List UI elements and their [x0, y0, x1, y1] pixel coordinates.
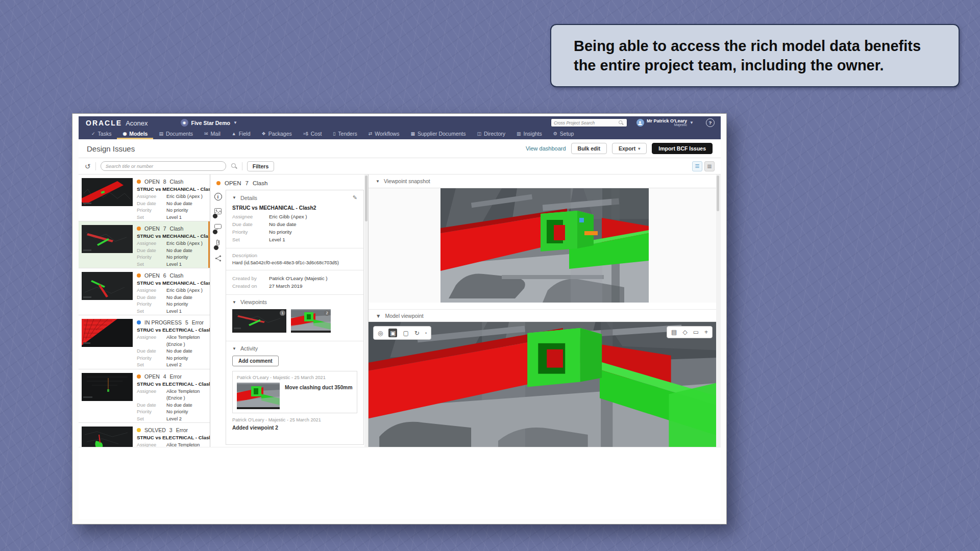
description-value: Hard (id.5a042cf0-ec68-48e3-9f1c-3d6c68c…: [232, 260, 357, 265]
nav-supplier-documents[interactable]: ▦Supplier Documents: [405, 131, 471, 139]
issue-card[interactable]: OPEN6Clash STRUC vs MECHANICAL - Clash1 …: [79, 268, 210, 315]
filters-button[interactable]: Filters: [247, 161, 275, 171]
viewpoint-snapshot-title[interactable]: Viewpoint snapshot: [384, 178, 430, 184]
chevron-down-icon: ▼: [233, 120, 237, 125]
activity-meta: Patrick O'Leary - Majestic - 25 March 20…: [232, 417, 357, 422]
cube-icon[interactable]: ▢: [403, 330, 408, 337]
export-button[interactable]: Export▾: [612, 143, 647, 154]
description-section: Description Hard (id.5a042cf0-ec68-48e3-…: [226, 248, 363, 270]
issue-thumbnail: [82, 373, 133, 401]
add-icon[interactable]: +: [704, 329, 708, 336]
share-icon[interactable]: [215, 255, 222, 264]
nav-setup[interactable]: ⚙Setup: [548, 131, 580, 139]
detail-scrollbar[interactable]: [364, 174, 368, 447]
nav-documents[interactable]: ▤Documents: [153, 131, 199, 139]
viewer-scrollbar[interactable]: [716, 174, 721, 447]
viewpoint-thumbnail-1[interactable]: 1: [232, 309, 286, 333]
refresh-icon[interactable]: ↻: [85, 162, 91, 170]
status-dot: [137, 180, 141, 184]
image-icon[interactable]: [214, 207, 222, 216]
chevron-down-icon[interactable]: ▼: [376, 313, 381, 319]
attachment-icon[interactable]: [215, 239, 220, 248]
cube-selected-icon[interactable]: ▣: [388, 329, 397, 337]
cross-project-search-placeholder: Cross Project Search: [554, 120, 616, 126]
import-bcf-button[interactable]: Import BCF Issues: [652, 143, 713, 154]
viewpoints-section-title[interactable]: Viewpoints: [240, 299, 267, 305]
user-name: Mr Patrick O'Leary: [647, 119, 687, 123]
info-icon[interactable]: i: [214, 193, 222, 201]
nav-insights[interactable]: ▥Insights: [511, 131, 548, 139]
issue-card[interactable]: SOLVED3Error STRUC vs ELECTRICAL - Clash…: [79, 423, 210, 447]
nav-models[interactable]: ◉Models: [117, 131, 153, 139]
chevron-down-icon: ▼: [690, 120, 694, 125]
bulk-edit-button[interactable]: Bulk edit: [571, 143, 607, 154]
nav-tasks[interactable]: ✓Tasks: [86, 131, 117, 139]
search-icon: [618, 120, 623, 125]
search-icon[interactable]: [231, 163, 237, 169]
chevron-down-icon[interactable]: ▼: [232, 346, 236, 351]
nav-cost[interactable]: »$Cost: [298, 131, 328, 139]
activity-thumbnail[interactable]: [237, 383, 280, 409]
status-dot: [137, 428, 141, 432]
count-badge: [212, 213, 218, 219]
model-viewpoint-image[interactable]: [369, 322, 721, 447]
help-button[interactable]: ?: [706, 118, 715, 127]
project-selector[interactable]: ◉ Five Star Demo ▼: [181, 119, 237, 127]
model-viewpoint-title[interactable]: Model viewpoint: [385, 313, 423, 319]
document-icon: ▤: [159, 131, 163, 136]
status-dot: [137, 273, 141, 278]
viewer-panel: ▼ Viewpoint snapshot: [369, 174, 721, 447]
detail-card: ▼ Details ✎ STRUC vs MECHANICAL - Clash2…: [226, 190, 364, 445]
viewpoint-thumbnail-2[interactable]: 2: [291, 309, 331, 333]
user-menu[interactable]: Mr Patrick O'Leary Majestic ▼: [636, 119, 694, 127]
comment-icon[interactable]: [214, 223, 222, 232]
activity-section-title[interactable]: Activity: [240, 345, 258, 352]
detail-panel: OPEN7Clash i: [210, 174, 369, 447]
chevron-down-icon[interactable]: ▼: [232, 195, 236, 200]
cost-icon: »$: [303, 131, 308, 136]
user-avatar-icon: [636, 119, 644, 127]
markup-icon[interactable]: ◇: [682, 329, 687, 336]
filter-toolbar: ↻ Filters ☰ ▦: [79, 158, 721, 174]
brand-logo: ORACLE Aconex: [86, 119, 148, 127]
issue-card[interactable]: OPEN8Clash STRUC vs MECHANICAL - Clash3 …: [79, 174, 210, 221]
viewpoint-badge: 1: [280, 310, 285, 316]
measure-icon[interactable]: ▭: [693, 329, 699, 336]
view-dashboard-link[interactable]: View dashboard: [526, 145, 566, 152]
grid-view-toggle[interactable]: ▦: [704, 161, 715, 171]
chevron-down-icon[interactable]: ▼: [376, 179, 380, 184]
viewpoint-snapshot-image[interactable]: [440, 188, 649, 303]
issue-card-selected[interactable]: OPEN7Clash STRUC vs MECHANICAL - Clash2 …: [79, 221, 210, 268]
list-view-toggle[interactable]: ☰: [692, 161, 702, 171]
add-comment-button[interactable]: Add comment: [232, 356, 279, 366]
nav-workflows[interactable]: ⇄Workflows: [363, 131, 405, 139]
more-icon[interactable]: •: [425, 331, 427, 336]
issue-card[interactable]: IN PROGRESS5Error STRUC vs ELECTRICAL - …: [79, 315, 210, 369]
nav-packages[interactable]: ❖Packages: [256, 131, 298, 139]
page-icon[interactable]: ▤: [671, 329, 677, 336]
workflows-icon: ⇄: [369, 131, 373, 136]
nav-field[interactable]: ▲Field: [226, 131, 256, 139]
search-input[interactable]: [101, 161, 226, 171]
model-viewpoint-area[interactable]: ◎ ▣ ▢ ↻ • ▤ ◇ ▭ +: [369, 322, 721, 447]
cross-project-search[interactable]: Cross Project Search: [551, 118, 627, 127]
gear-icon: ⚙: [553, 131, 557, 136]
model-viewpoint-header: ▼ Model viewpoint: [369, 309, 721, 322]
activity-text: Move clashing duct 350mm: [285, 383, 352, 390]
page-header: Design Issues View dashboard Bulk edit E…: [79, 139, 721, 158]
nav-mail[interactable]: ✉Mail: [199, 131, 226, 139]
models-icon: ◉: [122, 131, 127, 136]
issue-card[interactable]: OPEN4Error STRUC vs ELECTRICAL - Clash3 …: [79, 369, 210, 423]
activity-text: Added viewpoint 2: [232, 425, 357, 431]
chevron-down-icon[interactable]: ▼: [232, 300, 236, 305]
project-avatar-icon: ◉: [181, 119, 188, 127]
app-screen: ORACLE Aconex ◉ Five Star Demo ▼ Cross P…: [79, 116, 721, 519]
insights-icon: ▥: [517, 131, 521, 136]
nav-tenders[interactable]: ▯Tenders: [327, 131, 362, 139]
model-toolbar-left: ◎ ▣ ▢ ↻ •: [373, 326, 431, 340]
details-section-title[interactable]: Details: [240, 195, 257, 201]
rotate-icon[interactable]: ↻: [414, 330, 420, 337]
nav-directory[interactable]: ◫Directory: [472, 131, 511, 139]
edit-pencil-icon[interactable]: ✎: [353, 194, 357, 201]
visibility-eye-icon[interactable]: ◎: [378, 330, 383, 337]
